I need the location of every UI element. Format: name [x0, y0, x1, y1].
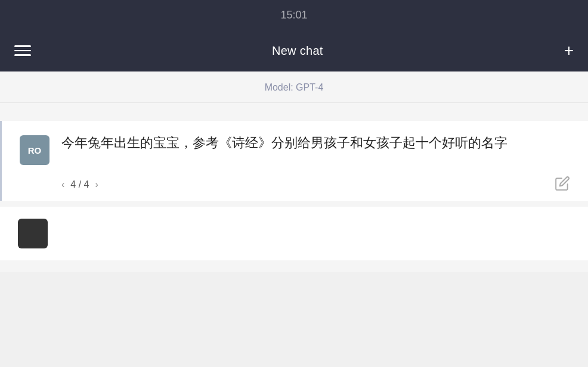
model-label-bar: Model: GPT-4 — [0, 71, 588, 103]
main-content: Model: GPT-4 RO 今年兔年出生的宝宝，参考《诗经》分别给男孩子和女… — [0, 71, 588, 272]
edit-icon — [555, 176, 570, 191]
pagination-info: 4 / 4 — [70, 179, 89, 190]
menu-icon-line2 — [14, 50, 31, 52]
assistant-message-partial — [0, 207, 588, 260]
pagination-prev-button[interactable]: ‹ — [61, 179, 64, 190]
pagination-control: ‹ 4 / 4 › — [61, 179, 98, 190]
page-title: New chat — [272, 44, 323, 58]
top-bar-partial: 15:01 — [0, 0, 588, 30]
message-text: 今年兔年出生的宝宝，参考《诗经》分别给男孩子和女孩子起十个好听的名字 — [61, 133, 570, 153]
menu-icon-line3 — [14, 54, 31, 56]
message-row: RO 今年兔年出生的宝宝，参考《诗经》分别给男孩子和女孩子起十个好听的名字 — [20, 133, 570, 165]
menu-button[interactable] — [14, 45, 31, 56]
time-display: 15:01 — [280, 9, 307, 21]
model-label: Model: GPT-4 — [265, 82, 324, 93]
assistant-avatar — [18, 219, 48, 248]
message-footer: ‹ 4 / 4 › — [20, 176, 570, 194]
pagination-next-button[interactable]: › — [95, 179, 98, 190]
menu-icon-line1 — [14, 45, 31, 47]
user-avatar: RO — [20, 135, 49, 165]
user-message-block: RO 今年兔年出生的宝宝，参考《诗经》分别给男孩子和女孩子起十个好听的名字 ‹ … — [0, 121, 588, 201]
app-header: New chat + — [0, 30, 588, 71]
new-chat-button[interactable]: + — [564, 42, 574, 59]
edit-message-button[interactable] — [555, 176, 570, 194]
chat-area: RO 今年兔年出生的宝宝，参考《诗经》分别给男孩子和女孩子起十个好听的名字 ‹ … — [0, 103, 588, 272]
